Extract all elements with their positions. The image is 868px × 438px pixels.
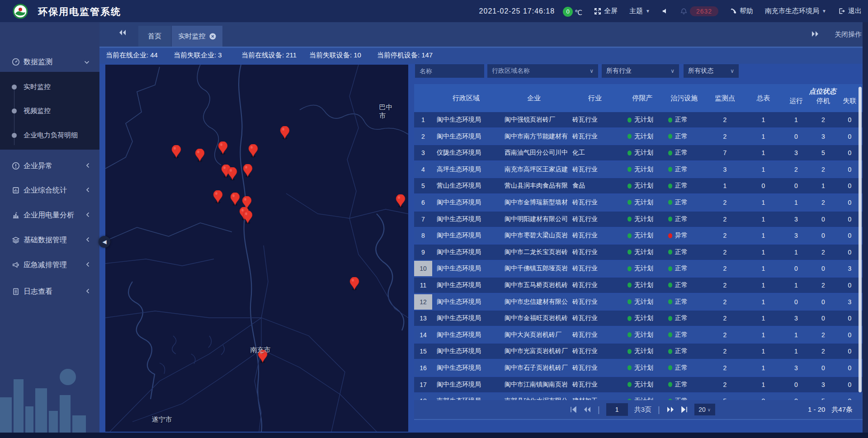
stats-bar: 当前在线企业:44当前失联企业:3当前在线设备:211当前失联设备:10当前停机… <box>99 47 868 64</box>
window-scrollbar-track[interactable] <box>863 22 868 433</box>
cell-stop: 3 <box>810 133 837 140</box>
table-row[interactable]: 2阆中生态环境局阆中市南方节能建材有砖瓦行业无计划正常21030 <box>414 129 863 144</box>
table-row[interactable]: 6阆中生态环境局阆中市金博瑞新型墙材砖瓦行业无计划正常21120 <box>414 195 863 210</box>
region-select[interactable]: 行政区域名称 ∨ <box>487 64 598 78</box>
facility-status-text: 正常 <box>675 132 688 141</box>
limit-status-text: 无计划 <box>634 347 653 355</box>
cell-points: 2 <box>706 133 744 140</box>
sidebar-subitem-2[interactable]: 视频监控 <box>0 103 99 119</box>
sidebar-item-5[interactable]: 基础数据管理 <box>0 228 99 252</box>
cell-points: 2 <box>706 364 744 372</box>
row-index: 7 <box>414 212 432 227</box>
table-row[interactable]: 1阆中生态环境局阆中强锐页岩砖厂砖瓦行业无计划正常21120 <box>414 112 863 127</box>
page-number-input[interactable] <box>606 403 628 416</box>
map-pin-icon[interactable] <box>242 164 253 179</box>
stat-label: 当前停机设备: <box>377 51 420 59</box>
sidebar-item-3[interactable]: 企业综合统计 <box>0 178 99 203</box>
cell-run: 1 <box>783 348 810 355</box>
page-size-select[interactable]: 20 ∨ <box>694 404 715 415</box>
logout-button[interactable]: 退出 <box>838 7 862 15</box>
map-pin-icon[interactable] <box>242 211 253 226</box>
first-page-button[interactable] <box>570 406 577 413</box>
map-pin-icon[interactable] <box>217 141 228 157</box>
map-pin-icon[interactable] <box>171 145 182 160</box>
green-dot-icon <box>627 151 632 155</box>
tab-realtime-monitor[interactable]: 实时监控 <box>172 26 222 47</box>
mute-button[interactable] <box>662 8 669 14</box>
green-dot-icon <box>627 167 632 172</box>
table-row[interactable]: 8阆中生态环境局阆中市枣碧大梁山页岩砖瓦行业无计划异常21300 <box>414 228 863 243</box>
cell-facility-status: 正常 <box>663 364 706 372</box>
sidebar-item-6[interactable]: 应急减排管理 <box>0 253 99 277</box>
table-row[interactable]: 12阆中生态环境局阆中市忠信建材有限公砖瓦行业无计划正常21003 <box>414 294 863 310</box>
map-pin-icon[interactable] <box>194 149 205 164</box>
table-scrollbar[interactable] <box>859 87 862 392</box>
chevron-down-icon: ▼ <box>646 9 650 14</box>
cell-industry: 砖瓦行业 <box>568 364 622 372</box>
cell-limit-status: 无计划 <box>622 298 663 306</box>
table-row[interactable]: 14阆中生态环境局阆中大兴页岩机砖厂砖瓦行业无计划正常21120 <box>414 327 863 343</box>
cell-region: 阆中生态环境局 <box>432 347 500 355</box>
table-row[interactable]: 16阆中生态环境局阆中市石子页岩机砖厂砖瓦行业无计划正常21300 <box>414 360 863 376</box>
cell-stop: 2 <box>810 166 837 173</box>
chevron-down-icon: ∨ <box>590 68 594 74</box>
prev-page-button[interactable] <box>583 406 591 413</box>
theme-dropdown[interactable]: 主题▼ <box>629 7 650 15</box>
cell-industry: 砖瓦行业 <box>568 381 622 389</box>
cell-run: 0 <box>783 298 810 306</box>
row-index: 1 <box>414 112 432 127</box>
facility-status-text: 正常 <box>675 281 688 289</box>
stat-label: 当前失联企业: <box>174 51 216 59</box>
table-row[interactable]: 9阆中生态环境局阆中市二龙长宝页岩砖砖瓦行业无计划正常21120 <box>414 245 863 260</box>
sidebar-subitem-1[interactable]: 实时监控 <box>0 79 99 95</box>
tab-home[interactable]: 首页 <box>138 26 171 47</box>
map-pin-icon[interactable] <box>349 277 360 292</box>
help-button[interactable]: 帮助 <box>730 7 753 15</box>
green-dot-icon <box>627 184 632 188</box>
facility-status-text: 正常 <box>675 314 688 322</box>
map-pin-icon[interactable] <box>279 126 290 141</box>
map-pin-icon[interactable] <box>230 193 241 208</box>
table-row[interactable]: 3仪陇生态环境局西南油气田分公司川中化工无计划正常71350 <box>414 145 863 160</box>
table-row[interactable]: 11阆中生态环境局阆中市五马桥页岩机砖砖瓦行业无计划正常21120 <box>414 278 863 293</box>
table-row[interactable]: 10阆中生态环境局阆中千佛镇五郎垭页岩砖瓦行业无计划正常21003 <box>414 261 863 276</box>
green-dot-icon <box>627 316 632 321</box>
green-dot-icon <box>627 283 632 287</box>
cell-region: 阆中生态环境局 <box>432 314 500 322</box>
map-pin-icon[interactable] <box>248 144 259 160</box>
sidebar-item-2[interactable]: 企业异常 <box>0 154 99 178</box>
tabs-scroll-left-button[interactable] <box>118 29 127 38</box>
status-select[interactable]: 所有状态 ∨ <box>684 64 739 78</box>
fullscreen-button[interactable]: 全屏 <box>594 7 618 15</box>
close-operations-button[interactable]: 关闭操作 <box>835 30 862 39</box>
sidebar-item-1[interactable]: 数据监测 <box>0 50 99 74</box>
map-pin-icon[interactable] <box>212 190 223 206</box>
table-row[interactable]: 18南部生态环境局南部县砂化水泥有限公建材加工无计划正常50050 <box>414 393 863 400</box>
cell-stop: 2 <box>810 116 837 123</box>
notifications[interactable]: 2632 <box>680 6 718 16</box>
sidebar-subitem-3[interactable]: 企业电力负荷明细 <box>0 127 99 143</box>
map-pin-icon[interactable] <box>395 194 406 210</box>
sidebar-item-4[interactable]: 企业用电量分析 <box>0 203 99 227</box>
name-search-input[interactable] <box>415 64 484 78</box>
sidebar-item-7[interactable]: 日志查看 <box>0 279 99 304</box>
org-dropdown[interactable]: 南充市生态环境局▼ <box>765 7 826 15</box>
map-collapse-handle[interactable]: ◀ <box>99 236 110 248</box>
table-row[interactable]: 17阆中生态环境局阆中市江南镇阆南页岩砖瓦行业无计划正常21030 <box>414 377 863 392</box>
close-icon[interactable] <box>209 33 216 40</box>
industry-select[interactable]: 所有行业 ∨ <box>602 64 679 78</box>
map-panel[interactable]: 巴中市南充市遂宁市 <box>105 65 408 432</box>
last-page-button[interactable] <box>681 406 688 413</box>
table-row[interactable]: 13阆中生态环境局阆中市金福旺页岩机砖砖瓦行业无计划正常21300 <box>414 311 863 326</box>
cell-run: 0 <box>783 381 810 388</box>
cell-company: 阆中大兴页岩机砖厂 <box>500 331 568 339</box>
table-row[interactable]: 5营山生态环境局营山县润丰肉食品有限食品无计划正常10010 <box>414 178 863 193</box>
double-left-arrow-icon <box>118 29 127 36</box>
map-pin-icon[interactable] <box>227 167 238 183</box>
table-row[interactable]: 4高坪生态环境局南充市高坪区王家店建砖瓦行业无计划正常31220 <box>414 162 863 177</box>
tabs-scroll-right-button[interactable] <box>811 31 819 38</box>
cell-facility-status: 正常 <box>663 132 706 141</box>
table-row[interactable]: 15阆中生态环境局阆中市光富页岩机砖厂砖瓦行业无计划正常21120 <box>414 344 863 359</box>
table-row[interactable]: 7阆中生态环境局阆中明阳建材有限公司砖瓦行业无计划正常21300 <box>414 212 863 227</box>
next-page-button[interactable] <box>666 406 675 413</box>
